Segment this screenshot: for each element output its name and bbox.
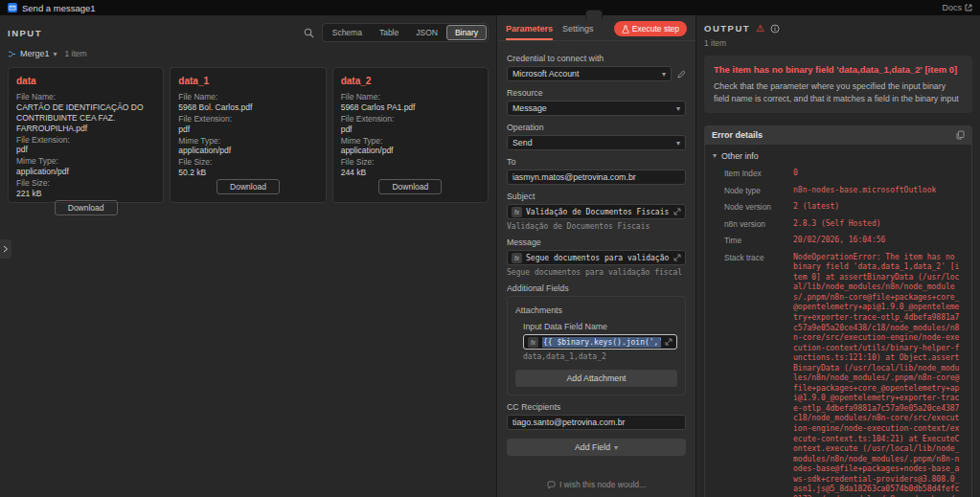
expression-icon: fx xyxy=(528,337,538,348)
output-panel-title: OUTPUT xyxy=(704,23,750,34)
binary-key: data_2 xyxy=(341,76,480,86)
detail-value: n8n-nodes-base.microsoftOutlook xyxy=(793,186,936,196)
expand-input-tab[interactable] xyxy=(0,239,11,259)
subject-label: Subject xyxy=(507,192,686,201)
error-title: The item has no binary field 'data,data_… xyxy=(714,64,963,76)
field-value: 5968 Carlos PA1.pdf xyxy=(341,102,480,113)
pencil-icon[interactable] xyxy=(677,70,686,79)
node-wish-hint[interactable]: I wish this node would... xyxy=(497,473,695,497)
flask-icon xyxy=(622,25,629,34)
detail-label: n8n version xyxy=(724,219,793,230)
download-button[interactable]: Download xyxy=(378,179,442,194)
title-bar: Send a message1 Docs xyxy=(0,0,980,15)
input-panel: INPUT Schema Table JSON Binary xyxy=(0,15,496,497)
field-label: File Name: xyxy=(341,92,480,102)
panel-drag-handle[interactable] xyxy=(585,10,603,19)
detail-label: Node type xyxy=(724,186,793,196)
credential-select[interactable]: Microsoft Account ▾ xyxy=(507,66,672,81)
output-panel: OUTPUT ⚠ 1 item The item has no binary f… xyxy=(696,15,980,497)
expand-icon[interactable] xyxy=(665,338,672,346)
field-value: 5968 Bol. Carlos.pdf xyxy=(178,102,317,113)
attachment-field-preview: data,data_1,data_2 xyxy=(523,352,677,361)
execute-step-button[interactable]: Execute step xyxy=(614,21,687,36)
field-label: Mime Type: xyxy=(16,156,155,167)
resource-label: Resource xyxy=(507,88,686,98)
field-value: 221 kB xyxy=(16,189,155,199)
input-panel-title: INPUT xyxy=(8,28,42,38)
detail-row-node-version: Node version 2 (latest) xyxy=(713,202,964,213)
field-value: application/pdf xyxy=(178,146,317,156)
binary-card-data-1: data_1 File Name: 5968 Bol. Carlos.pdf F… xyxy=(170,67,326,203)
field-label: File Size: xyxy=(341,157,480,168)
external-link-icon xyxy=(965,4,972,11)
other-info-toggle[interactable]: ▾ Other info xyxy=(713,151,964,161)
tab-settings[interactable]: Settings xyxy=(562,21,594,40)
detail-label: Stack trace xyxy=(724,253,793,497)
detail-value: 2.8.3 (Self Hosted) xyxy=(793,219,881,230)
tab-json[interactable]: JSON xyxy=(407,25,446,40)
search-icon[interactable] xyxy=(304,28,314,38)
field-value: pdf xyxy=(16,145,155,155)
field-value: CARTÃO DE IDENTIFICAÇÃO DO CONTRIBUINTE … xyxy=(16,102,155,134)
cc-label: CC Recipients xyxy=(507,402,686,412)
tab-table[interactable]: Table xyxy=(371,25,407,40)
resource-select[interactable]: Message ▾ xyxy=(507,101,686,116)
copy-icon[interactable] xyxy=(956,130,965,140)
field-value: pdf xyxy=(178,124,317,135)
chevron-down-icon: ▾ xyxy=(54,50,57,58)
field-label: Mime Type: xyxy=(178,136,317,147)
error-details-section: Error details ▾ Other info Item Index 0 xyxy=(704,125,972,497)
input-item-count: 1 item xyxy=(65,49,87,58)
download-button[interactable]: Download xyxy=(217,179,280,194)
binary-card-data: data File Name: CARTÃO DE IDENTIFICAÇÃO … xyxy=(8,67,164,203)
chevron-down-icon: ▾ xyxy=(662,70,666,79)
error-details-title: Error details xyxy=(712,130,763,140)
chevron-right-icon xyxy=(3,245,9,253)
add-attachment-button[interactable]: Add Attachment xyxy=(515,370,677,387)
tab-binary[interactable]: Binary xyxy=(446,25,487,40)
tab-schema[interactable]: Schema xyxy=(324,25,371,40)
field-label: File Extension: xyxy=(341,114,480,124)
to-label: To xyxy=(507,157,686,167)
info-icon[interactable] xyxy=(770,24,780,34)
to-input[interactable]: iasmyn.matos@petrovina.com.br xyxy=(507,169,686,185)
warning-icon: ⚠ xyxy=(756,23,764,34)
message-preview: Segue documentos para validação fiscal xyxy=(507,268,686,277)
node-title: Send a message1 xyxy=(22,3,96,13)
binary-key: data_1 xyxy=(178,76,317,86)
subject-expression-input[interactable]: fx Validação de Documentos Fiscais xyxy=(507,204,686,219)
attachment-field-expression-input[interactable]: fx {{ $binary.keys().join(',') }} xyxy=(523,334,677,350)
chevron-down-icon: ▾ xyxy=(676,139,680,147)
tab-parameters[interactable]: Parameters xyxy=(506,21,553,40)
error-description: Check that the parameter where you speci… xyxy=(714,80,963,104)
detail-row-stack-trace: Stack trace NodeOperationError: The item… xyxy=(713,253,964,497)
detail-label: Node version xyxy=(724,202,793,213)
field-value: application/pdf xyxy=(16,167,155,177)
expand-icon[interactable] xyxy=(673,208,681,215)
input-source-select[interactable]: Merge1 ▾ xyxy=(8,49,57,58)
attachments-group: Attachments Input Data Field Name fx {{ … xyxy=(507,296,686,395)
cc-input[interactable]: tiago.santo@petrovina.com.br xyxy=(507,415,686,430)
field-label: Mime Type: xyxy=(341,136,480,147)
attachments-label: Attachments xyxy=(515,305,677,315)
additional-fields-label: Additional Fields xyxy=(507,283,686,293)
docs-link[interactable]: Docs xyxy=(942,3,972,12)
field-value: 244 kB xyxy=(341,168,480,178)
add-field-button[interactable]: Add Field ▾ xyxy=(507,439,686,456)
operation-label: Operation xyxy=(507,123,686,132)
field-label: File Extension: xyxy=(16,135,155,146)
attachment-field-label: Input Data Field Name xyxy=(523,322,677,331)
download-button[interactable]: Download xyxy=(55,200,118,215)
message-label: Message xyxy=(507,237,686,247)
credential-label: Credential to connect with xyxy=(507,54,686,63)
display-mode-tabs: Schema Table JSON Binary xyxy=(322,23,489,42)
detail-label: Item Index xyxy=(724,169,793,179)
expression-icon: fx xyxy=(512,253,522,263)
field-label: File Name: xyxy=(16,92,155,102)
message-expression-input[interactable]: fx Segue documentos para validação fisca… xyxy=(507,250,686,265)
detail-label: Time xyxy=(724,236,793,246)
detail-row-time: Time 20/02/2026, 16:04:56 xyxy=(713,236,964,246)
field-label: File Extension: xyxy=(178,114,317,124)
operation-select[interactable]: Send ▾ xyxy=(507,135,686,150)
expand-icon[interactable] xyxy=(673,254,681,261)
